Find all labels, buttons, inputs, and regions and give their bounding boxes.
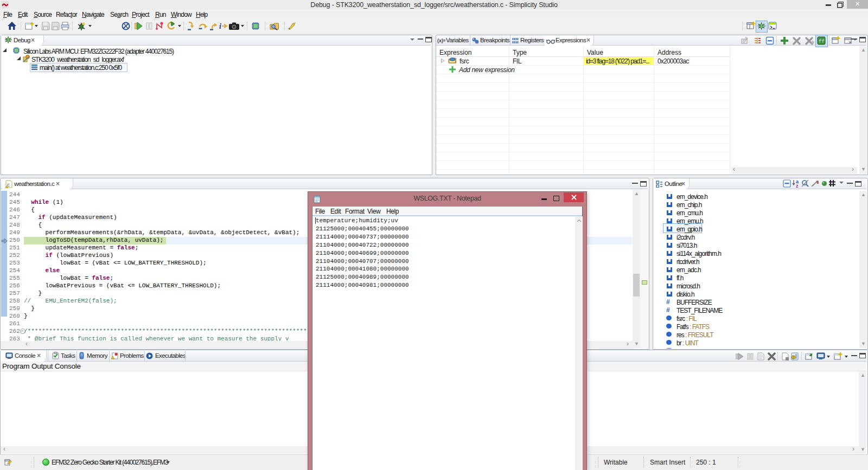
svg-text:!: ! xyxy=(793,356,794,359)
